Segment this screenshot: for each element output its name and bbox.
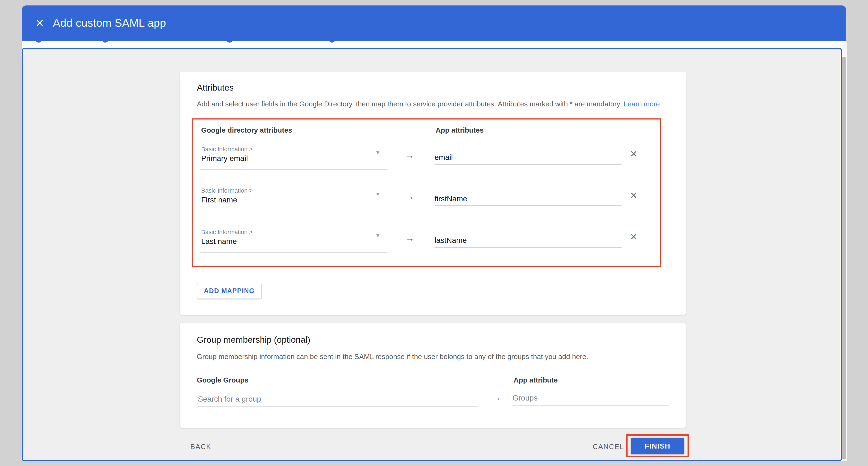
group-card-description: Group membership information can be sent… [197, 352, 588, 361]
input-underline [435, 164, 622, 165]
stepper-dot [329, 36, 335, 42]
page: ✕ Add custom SAML app Attributes Add and… [0, 0, 868, 466]
learn-more-link[interactable]: Learn more [624, 100, 660, 108]
app-attribute-input[interactable] [435, 151, 622, 164]
app-attribute-input[interactable] [435, 192, 622, 205]
dialog-header: ✕ Add custom SAML app [22, 5, 846, 41]
input-underline [435, 205, 622, 206]
attributes-card-description: Add and select user fields in the Google… [197, 100, 660, 108]
cancel-button[interactable]: CANCEL [593, 442, 624, 451]
attributes-description-text: Add and select user fields in the Google… [197, 100, 622, 108]
directory-category-label: Basic Information > [201, 146, 253, 152]
stepper-dot [102, 36, 108, 42]
scrollbar-thumb[interactable] [842, 57, 846, 460]
chevron-down-icon: ▼ [375, 149, 380, 155]
group-search-input[interactable] [198, 392, 477, 407]
close-icon[interactable]: ✕ [34, 17, 46, 29]
back-button[interactable]: BACK [190, 442, 211, 451]
stepper-dot [226, 36, 233, 42]
mapping-row: Basic Information > Last name ▼ → ✕ [193, 229, 660, 268]
select-underline [199, 252, 387, 253]
groups-attribute-input[interactable] [513, 391, 669, 406]
finish-button[interactable]: FINISH [631, 438, 684, 454]
arrow-right-icon: → [405, 150, 414, 161]
directory-attribute-select[interactable]: First name [201, 195, 237, 204]
mapping-row: Basic Information > First name ▼ → ✕ [193, 187, 660, 227]
directory-attributes-column-header: Google directory attributes [201, 126, 292, 134]
select-underline [199, 211, 387, 211]
input-underline [435, 246, 622, 248]
directory-attribute-select[interactable]: Last name [201, 237, 237, 245]
mapping-row: Basic Information > Primary email ▼ → ✕ [193, 146, 660, 185]
add-mapping-button[interactable]: ADD MAPPING [197, 283, 262, 299]
chevron-down-icon: ▼ [375, 232, 380, 238]
attributes-card-title: Attributes [197, 83, 234, 93]
remove-mapping-icon[interactable]: ✕ [630, 231, 638, 243]
app-attributes-column-header: App attributes [436, 126, 484, 134]
remove-mapping-icon[interactable]: ✕ [630, 190, 638, 201]
remove-mapping-icon[interactable]: ✕ [630, 148, 638, 160]
stepper-dot [35, 36, 42, 42]
chevron-down-icon: ▼ [375, 191, 380, 197]
directory-category-label: Basic Information > [201, 187, 253, 194]
google-groups-label: Google Groups [197, 376, 248, 384]
directory-attribute-select[interactable]: Primary email [201, 154, 248, 163]
attributes-card: Attributes Add and select user fields in… [180, 71, 686, 315]
directory-category-label: Basic Information > [201, 229, 253, 235]
app-attribute-input[interactable] [435, 234, 622, 246]
app-attribute-label: App attribute [514, 376, 558, 384]
arrow-right-icon: → [405, 233, 414, 244]
arrow-right-icon: → [405, 192, 414, 202]
dialog-title: Add custom SAML app [53, 17, 166, 29]
finish-highlight-box: FINISH [626, 434, 689, 457]
mapping-highlight-box: Google directory attributes App attribut… [192, 118, 661, 267]
arrow-right-icon: → [492, 392, 501, 403]
group-card-title: Group membership (optional) [197, 335, 310, 345]
select-underline [199, 169, 387, 170]
group-membership-card: Group membership (optional) Group member… [180, 323, 686, 428]
